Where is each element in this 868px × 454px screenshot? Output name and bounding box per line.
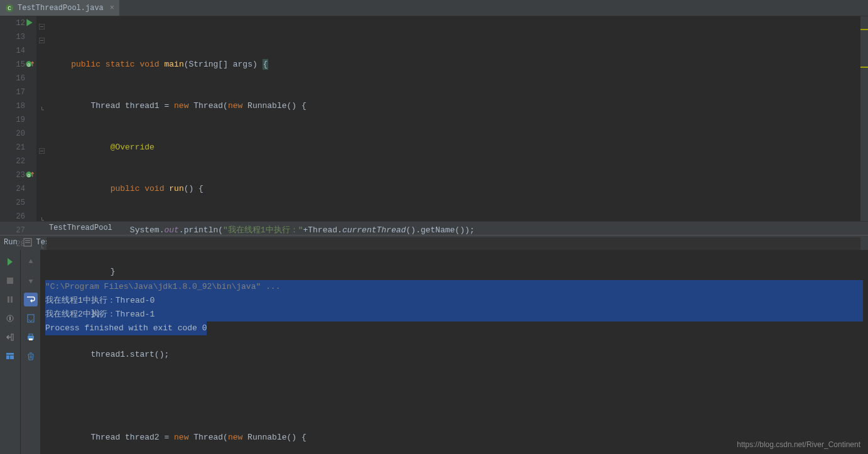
svg-rect-15: [7, 278, 13, 284]
down-button[interactable]: [24, 274, 38, 288]
svg-rect-20: [11, 334, 13, 340]
code-area[interactable]: public static void main(String[] args) {…: [46, 16, 860, 221]
fold-end-icon[interactable]: [39, 214, 45, 220]
line-number: 17: [16, 88, 25, 97]
fold-minus-icon[interactable]: [39, 21, 45, 26]
file-tab[interactable]: C TestThreadPool.java ×: [0, 0, 119, 16]
svg-rect-19: [9, 316, 11, 320]
soft-wrap-button[interactable]: [24, 293, 38, 306]
rerun-button[interactable]: [3, 255, 17, 269]
exit-button[interactable]: [3, 330, 17, 344]
print-button[interactable]: [24, 330, 38, 344]
svg-rect-16: [8, 296, 9, 303]
console-line: 我在线程1中执行：Thread-0: [45, 294, 863, 308]
svg-rect-17: [11, 296, 13, 303]
line-number: 27: [16, 226, 25, 235]
svg-rect-27: [29, 338, 33, 340]
svg-rect-22: [6, 355, 9, 359]
line-number: 16: [16, 74, 25, 83]
stop-button[interactable]: [3, 274, 17, 288]
console-line: 我在线程2中执行：Thread-1: [45, 308, 863, 322]
fold-end-icon[interactable]: [39, 242, 45, 247]
line-number: 13: [16, 33, 25, 41]
svg-rect-14: [25, 242, 30, 243]
override-marker-icon[interactable]: o: [25, 170, 34, 179]
gutter: 12 13 14 15 o 16 17 18 19 20 21 22 23 o …: [0, 16, 36, 221]
line-number: 20: [16, 129, 25, 138]
up-button[interactable]: [24, 255, 38, 269]
clear-button[interactable]: [24, 349, 38, 363]
dump-threads-button[interactable]: [3, 311, 17, 325]
line-number: 18: [16, 102, 25, 111]
svg-text:o: o: [27, 62, 30, 68]
override-marker-icon[interactable]: o: [25, 60, 34, 68]
layout-button[interactable]: [3, 349, 17, 363]
fold-end-icon[interactable]: [39, 104, 45, 109]
svg-rect-23: [10, 355, 14, 359]
editor-area: 12 13 14 15 o 16 17 18 19 20 21 22 23 o …: [0, 16, 868, 221]
line-number: 26: [16, 212, 25, 221]
console-cmd-line: "C:\Program Files\Java\jdk1.8.0_92\bin\j…: [45, 282, 280, 291]
svg-rect-24: [28, 315, 34, 322]
line-number: 28: [16, 240, 25, 249]
line-number: 24: [16, 185, 25, 193]
console-exit-line: Process finished with exit code 0: [45, 322, 207, 335]
watermark: https://blog.csdn.net/River_Continent: [737, 440, 860, 449]
line-number: 12: [16, 19, 25, 28]
svg-text:C: C: [8, 6, 11, 12]
fold-minus-icon[interactable]: [39, 35, 45, 40]
fold-column: [36, 16, 46, 221]
line-number: 19: [16, 116, 25, 124]
line-number: 15: [16, 60, 25, 69]
line-number: 14: [16, 46, 25, 55]
tab-filename: TestThreadPool.java: [18, 4, 104, 13]
svg-rect-26: [29, 334, 33, 336]
svg-rect-13: [25, 241, 30, 241]
pause-button[interactable]: [3, 293, 17, 306]
line-number: 21: [16, 143, 25, 152]
run-gutter-icon[interactable]: [25, 18, 34, 27]
editor-scrollbar[interactable]: [860, 16, 868, 221]
line-number: 25: [16, 198, 25, 207]
run-toolbar-left: [0, 250, 20, 455]
tab-close-icon[interactable]: ×: [110, 4, 114, 13]
line-number: 22: [16, 157, 25, 166]
fold-minus-icon[interactable]: [39, 145, 45, 151]
java-class-icon: C: [5, 4, 14, 13]
line-number: 23: [16, 171, 25, 180]
svg-text:o: o: [27, 173, 30, 178]
scroll-to-end-button[interactable]: [24, 311, 38, 325]
svg-rect-21: [6, 353, 14, 355]
run-toolbar-right: [20, 250, 40, 455]
tab-bar: C TestThreadPool.java ×: [0, 0, 868, 16]
